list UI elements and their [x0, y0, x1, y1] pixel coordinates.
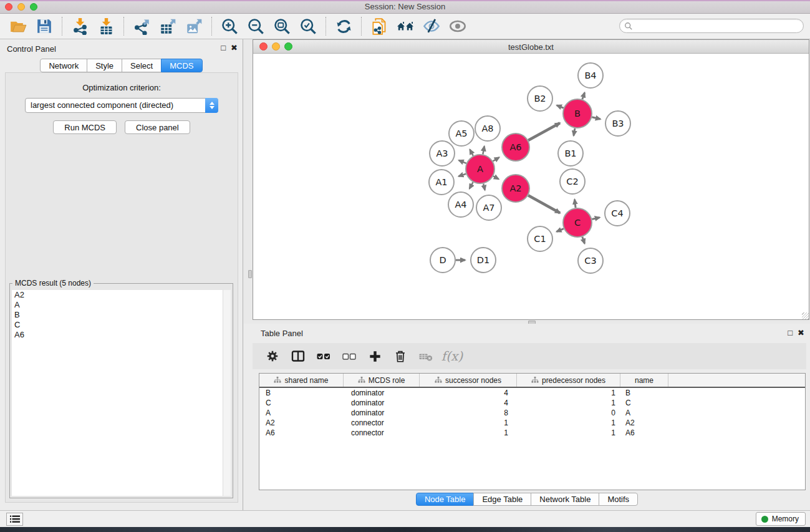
- node-B2[interactable]: B2: [528, 86, 552, 111]
- open-session-button[interactable]: [9, 17, 27, 35]
- show-panel-button[interactable]: [449, 17, 466, 35]
- cell-predecessor-nodes[interactable]: 0: [517, 408, 620, 418]
- cell-predecessor-nodes[interactable]: 1: [517, 428, 620, 438]
- zoom-out-button[interactable]: [247, 17, 264, 35]
- home-button[interactable]: [397, 17, 414, 35]
- cell-name[interactable]: A: [620, 408, 668, 418]
- criterion-select[interactable]: largest connected component (directed): [25, 98, 218, 113]
- edge-C-C3[interactable]: [582, 237, 585, 244]
- cell-successor-nodes[interactable]: 4: [420, 398, 517, 408]
- edge-A-A3[interactable]: [459, 160, 466, 163]
- result-list-scrollbar[interactable]: [223, 290, 231, 496]
- cell-name[interactable]: B: [620, 388, 668, 398]
- node-B3[interactable]: B3: [605, 111, 630, 136]
- cell-shared-name[interactable]: C: [259, 398, 344, 408]
- node-D[interactable]: D: [430, 248, 455, 273]
- cell-shared-name[interactable]: A2: [259, 418, 344, 428]
- node-C4[interactable]: C4: [605, 201, 630, 226]
- node-A5[interactable]: A5: [449, 121, 474, 146]
- edge-A-A4[interactable]: [470, 182, 473, 188]
- export-image-button[interactable]: [185, 17, 203, 35]
- column-header-MCDS-role[interactable]: MCDS role: [344, 374, 420, 387]
- run-mcds-button[interactable]: Run MCDS: [53, 120, 117, 134]
- edge-A-A2[interactable]: [493, 176, 499, 179]
- edge-B-B1[interactable]: [574, 128, 575, 136]
- result-item[interactable]: A: [12, 300, 231, 310]
- zoom-in-button[interactable]: [221, 17, 238, 35]
- tab-mcds[interactable]: MCDS: [161, 59, 202, 72]
- network-graph[interactable]: AA1A2A3A4A5A6A7A8BB1B2B3B4CC1C2C3C4DD1: [253, 54, 809, 319]
- float-panel-icon[interactable]: □: [221, 44, 226, 52]
- node-B4[interactable]: B4: [578, 63, 603, 88]
- column-header-shared-name[interactable]: shared name: [259, 374, 344, 387]
- node-A2[interactable]: A2: [502, 175, 529, 202]
- apply-layout-button[interactable]: [335, 17, 352, 35]
- node-A8[interactable]: A8: [475, 116, 500, 141]
- column-header-name[interactable]: name: [620, 374, 668, 387]
- vertical-scroll-thumb[interactable]: [248, 270, 252, 278]
- node-C3[interactable]: C3: [578, 248, 603, 273]
- cell-MCDS-role[interactable]: dominator: [344, 398, 420, 408]
- edge-A-A6[interactable]: [493, 157, 499, 161]
- cell-successor-nodes[interactable]: 1: [420, 428, 517, 438]
- clone-network-button[interactable]: [370, 17, 388, 35]
- tab-node-table[interactable]: Node Table: [416, 493, 475, 506]
- cell-predecessor-nodes[interactable]: 1: [517, 398, 620, 408]
- cell-successor-nodes[interactable]: 4: [420, 388, 517, 398]
- node-C1[interactable]: C1: [528, 226, 552, 251]
- save-session-button[interactable]: [36, 17, 53, 35]
- table-settings-button[interactable]: [264, 348, 281, 364]
- edge-A-A1[interactable]: [458, 174, 466, 177]
- column-header-predecessor-nodes[interactable]: predecessor nodes: [517, 374, 620, 387]
- import-table-button[interactable]: [97, 17, 115, 35]
- export-table-button[interactable]: [159, 17, 176, 35]
- edge-C-C2[interactable]: [574, 200, 576, 208]
- tab-style[interactable]: Style: [87, 59, 122, 72]
- node-A[interactable]: A: [466, 155, 494, 183]
- import-network-button[interactable]: [71, 17, 89, 35]
- memory-button[interactable]: Memory: [756, 512, 806, 526]
- result-item[interactable]: C: [12, 320, 231, 330]
- edge-A2-C[interactable]: [528, 195, 560, 213]
- function-builder-button[interactable]: f(x): [443, 348, 460, 364]
- cell-MCDS-role[interactable]: dominator: [344, 408, 420, 418]
- tab-edge-table[interactable]: Edge Table: [473, 493, 531, 506]
- unselect-all-columns-button[interactable]: [341, 348, 357, 364]
- cell-successor-nodes[interactable]: 1: [420, 418, 517, 428]
- cell-MCDS-role[interactable]: connector: [344, 428, 420, 438]
- node-table[interactable]: shared nameMCDS rolesuccessor nodesprede…: [259, 373, 806, 490]
- table-row[interactable]: Bdominator41B: [259, 388, 805, 398]
- edge-A-A8[interactable]: [483, 147, 484, 155]
- tab-network-table[interactable]: Network Table: [531, 493, 599, 506]
- node-C[interactable]: C: [563, 208, 592, 237]
- cell-shared-name[interactable]: B: [259, 388, 344, 398]
- table-row[interactable]: A2connector11A2: [259, 418, 805, 428]
- node-A4[interactable]: A4: [448, 192, 473, 217]
- search-field[interactable]: [619, 19, 804, 33]
- create-column-button[interactable]: [367, 348, 383, 364]
- node-A7[interactable]: A7: [476, 195, 501, 220]
- node-D1[interactable]: D1: [471, 248, 496, 273]
- resize-grip-icon[interactable]: [802, 312, 809, 319]
- edge-C-C4[interactable]: [592, 218, 599, 220]
- cell-MCDS-role[interactable]: dominator: [344, 388, 420, 398]
- cell-name[interactable]: C: [620, 398, 668, 408]
- cell-name[interactable]: A6: [620, 428, 668, 438]
- zoom-selected-button[interactable]: [299, 17, 317, 35]
- delete-table-button[interactable]: [418, 348, 434, 364]
- search-input[interactable]: [633, 21, 803, 32]
- column-header-successor-nodes[interactable]: successor nodes: [420, 374, 517, 387]
- delete-column-button[interactable]: [392, 348, 408, 364]
- cell-predecessor-nodes[interactable]: 1: [517, 388, 620, 398]
- table-row[interactable]: Cdominator41C: [259, 398, 805, 408]
- cell-shared-name[interactable]: A6: [259, 428, 344, 438]
- edge-C-C1[interactable]: [557, 229, 564, 232]
- close-table-panel-icon[interactable]: ✖: [798, 329, 804, 337]
- table-row[interactable]: Adominator80A: [259, 408, 805, 418]
- float-table-panel-icon[interactable]: □: [788, 329, 793, 337]
- export-network-button[interactable]: [133, 17, 150, 35]
- column-browser-button[interactable]: [290, 348, 306, 364]
- node-A6[interactable]: A6: [502, 133, 529, 161]
- show-task-history-button[interactable]: [6, 513, 23, 526]
- tab-network[interactable]: Network: [40, 59, 87, 72]
